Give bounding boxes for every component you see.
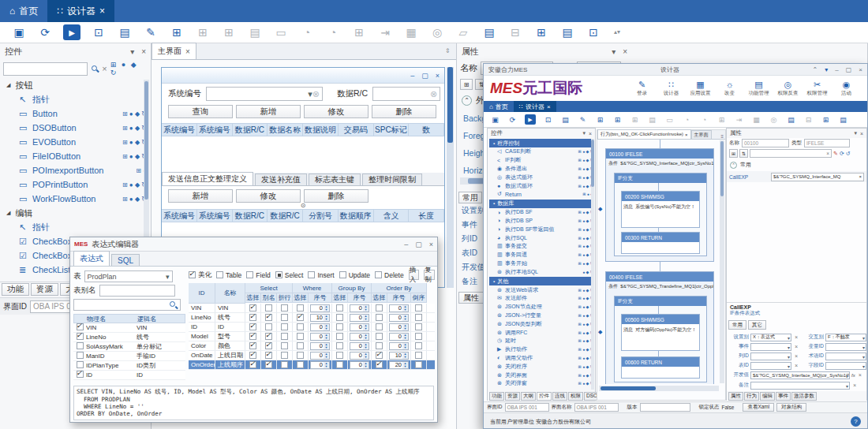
- mes-window-titlebar[interactable]: 安徽合力MES 设计器 ⌃▾: [484, 64, 867, 76]
- alias-checkbox[interactable]: [265, 352, 272, 359]
- tab-close-icon[interactable]: ×: [547, 103, 551, 110]
- platform-filter-icons[interactable]: ⊞ ● ◆ ↻: [110, 61, 148, 76]
- field-checkbox[interactable]: [77, 323, 84, 330]
- sql-option-checkbox[interactable]: 美化: [189, 270, 211, 280]
- table-combo[interactable]: ProdPlan: [84, 270, 173, 282]
- wrap-checkbox[interactable]: [281, 333, 288, 340]
- toolbar-icon[interactable]: ▤: [247, 24, 263, 40]
- desc-checkbox[interactable]: [415, 323, 422, 330]
- control-item[interactable]: ▥ 事务回退 ⊞ ● ◆ ↻: [488, 251, 595, 259]
- wrap-checkbox[interactable]: [281, 361, 288, 368]
- control-item[interactable]: ⊗ 关闭界面 ⊞ ● ◆ ↻: [488, 371, 595, 379]
- mes-action-button[interactable]: ◎ 权限反查: [773, 80, 803, 97]
- control-item[interactable]: ◑ 执行DB SF带返回值 ⊞ ● ◆ ↻: [488, 225, 595, 233]
- pin-icon[interactable]: ▾: [612, 47, 615, 56]
- control-item[interactable]: ◐ 调用父动作 ⊞ ● ◆ ↻: [488, 354, 595, 363]
- toolbar-icon[interactable]: ◔: [699, 114, 709, 125]
- toolbar-icon[interactable]: ⊞: [221, 24, 237, 40]
- property-filter-input[interactable]: ×: [750, 149, 832, 158]
- edit-icon[interactable]: ✎: [833, 151, 838, 157]
- dev-value-input[interactable]: $&'?GC_SYSMQ_Interface_MQ[ctr_SysNo1]?'=…: [750, 371, 850, 379]
- mes-action-button[interactable]: ▦ 应用设置: [686, 80, 715, 97]
- toolbar-icon[interactable]: ⊞: [195, 24, 211, 40]
- control-item[interactable]: ◉ 条件退出 ⊞ ● ◆ ↻: [488, 165, 595, 173]
- grid-column-header[interactable]: 数据说明: [303, 124, 339, 136]
- toolbar-icon[interactable]: ⇥: [734, 114, 744, 125]
- group-order-stepper[interactable]: 0: [350, 352, 369, 360]
- field-search-input[interactable]: [73, 299, 181, 311]
- control-item[interactable]: ▭ EVOButton ⊞ ● ◆ ↻: [0, 135, 151, 149]
- close-icon[interactable]: [429, 241, 433, 248]
- select-checkbox[interactable]: [249, 304, 256, 311]
- logical-name-header[interactable]: 逻辑名: [137, 315, 180, 323]
- where-checkbox[interactable]: [297, 352, 304, 359]
- sql-preview[interactable]: SELECT VIN, LineNo AS 线号, ID, Model AS 型…: [73, 386, 434, 420]
- order-checkbox[interactable]: [376, 342, 383, 349]
- group-order-stepper[interactable]: 0: [350, 304, 369, 312]
- where-order-stepper[interactable]: 0: [310, 304, 330, 312]
- control-item[interactable]: ⊛ 执行本地SQL ● ◆ ↻: [488, 267, 595, 276]
- alias-checkbox[interactable]: [265, 333, 272, 340]
- group-order-stepper[interactable]: 0: [350, 323, 369, 331]
- refresh-icon[interactable]: ⟳: [840, 151, 844, 157]
- control-item[interactable]: ⊛ JSON->行变量 ⊞ ● ◆ ↻: [488, 311, 595, 320]
- sql-option-checkbox[interactable]: Field: [246, 271, 270, 279]
- control-item[interactable]: ◕ 执行SQL ⊞ ● ◆ ↻: [488, 233, 595, 242]
- group-checkbox[interactable]: [336, 323, 343, 330]
- sort-az-icon[interactable]: ⇅: [739, 149, 748, 158]
- desc-checkbox[interactable]: [415, 342, 422, 349]
- property-tab[interactable]: 常用: [458, 192, 482, 203]
- name-input[interactable]: 00100: [742, 139, 789, 147]
- sql-option-checkbox[interactable]: Delete: [375, 271, 404, 279]
- field-checkbox[interactable]: [77, 333, 84, 340]
- collapse-section-icon[interactable]: ⌃: [730, 162, 737, 169]
- toolbar-icon[interactable]: ▤: [560, 114, 571, 125]
- order-checkbox[interactable]: [376, 304, 383, 311]
- tab-home[interactable]: ⌂ 首页: [0, 0, 47, 22]
- toolbar-icon[interactable]: ▶: [63, 24, 80, 40]
- flow-block-return-2[interactable]: 00600 RETURN: [621, 356, 700, 379]
- property-tab[interactable]: 常用: [728, 320, 746, 330]
- col-id[interactable]: ID: [189, 283, 215, 304]
- toolbar-icon[interactable]: ▦: [403, 24, 419, 40]
- control-item[interactable]: ↖ 指针: [0, 220, 151, 234]
- sql-option-checkbox[interactable]: Update: [339, 271, 370, 279]
- sql-field-row[interactable]: Color 颜色 0 0 0: [189, 341, 435, 351]
- desc-checkbox[interactable]: [415, 352, 422, 359]
- group-order-stepper[interactable]: 0: [350, 314, 369, 322]
- property-tab[interactable]: 其它: [748, 320, 766, 330]
- toolbar-icon[interactable]: ⟳: [507, 114, 518, 125]
- control-item[interactable]: ⊛ 调用RFC ⊞ ● ◆ ↻: [488, 328, 595, 337]
- toolbar-icon[interactable]: ◔: [325, 24, 341, 40]
- clear-icon[interactable]: [851, 382, 858, 388]
- alias-checkbox[interactable]: [265, 361, 272, 368]
- toolbar-icon[interactable]: ⊡: [586, 24, 601, 40]
- toolbar-icon[interactable]: ⊟: [803, 114, 814, 125]
- connector-diamond-icon[interactable]: ◆: [598, 329, 602, 335]
- callexp-input[interactable]: $&'?GC_SYSMQ_Interface_MQ×: [771, 173, 864, 181]
- where-order-stepper[interactable]: 0: [310, 342, 330, 350]
- order-checkbox[interactable]: [376, 314, 383, 321]
- panel-bottom-tab[interactable]: 编辑: [760, 392, 775, 401]
- undo-icon[interactable]: ↺: [846, 151, 851, 157]
- grid-column-header[interactable]: 数: [409, 124, 444, 136]
- control-item[interactable]: ◎ 表达式循环 ⊞ ● ◆ ↻: [488, 173, 595, 181]
- tab-close-icon[interactable]: ×: [685, 132, 688, 137]
- close-icon[interactable]: ×: [623, 47, 627, 56]
- insert-button[interactable]: 插入: [409, 270, 420, 280]
- grid-column-header[interactable]: 含义: [374, 210, 410, 222]
- select-checkbox[interactable]: [249, 352, 256, 359]
- group-checkbox[interactable]: [336, 342, 343, 349]
- flow-block-ifelse-2[interactable]: 00400 IFELSE 条件 $&'?GC_SYSMQ_Trandefine_…: [605, 271, 714, 384]
- tab-close-icon[interactable]: ×: [185, 47, 190, 56]
- panel-bottom-tab[interactable]: 激活参数: [791, 392, 817, 401]
- toolbar-icon[interactable]: ◔: [682, 114, 692, 125]
- toolbar-icon[interactable]: ▣: [490, 114, 500, 125]
- action-button[interactable]: 查询: [168, 105, 233, 118]
- mes-action-button[interactable]: ∷ 设计器: [657, 80, 686, 97]
- field-select[interactable]: [825, 343, 866, 351]
- flow-v-scrollbar[interactable]: [720, 140, 724, 383]
- fx-icon[interactable]: fx: [851, 373, 855, 378]
- flow-branch-if[interactable]: IF分支 00500 SHWMSG 消息 对方编码(OppNo)不能为空！ 00…: [614, 296, 707, 382]
- field-select[interactable]: [825, 362, 866, 370]
